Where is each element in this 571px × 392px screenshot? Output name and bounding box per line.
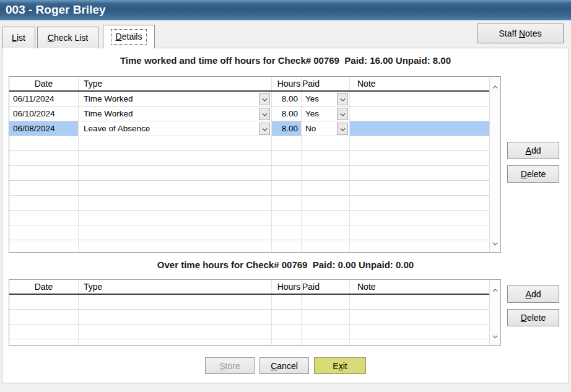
note-cell-empty xyxy=(350,240,489,252)
type-cell[interactable]: Time Worked xyxy=(79,107,272,121)
column-header-date: Date xyxy=(9,77,79,90)
paid-value: Yes xyxy=(305,109,319,118)
type-cell[interactable]: Leave of Absence xyxy=(79,121,272,136)
type-cell-empty xyxy=(79,196,272,210)
date-cell-empty xyxy=(9,324,79,339)
store-button[interactable]: Store xyxy=(205,357,255,374)
hours-cell-empty xyxy=(272,166,302,180)
chevron-down-icon xyxy=(492,237,498,248)
date-cell[interactable]: 06/11/2024 xyxy=(9,92,79,106)
tab-details[interactable]: Details xyxy=(103,25,155,48)
scrollbar-up-button[interactable] xyxy=(490,81,500,92)
type-cell[interactable]: Time Worked xyxy=(79,92,272,106)
empty-row xyxy=(9,166,489,181)
paid-cell-empty xyxy=(302,295,350,309)
add-button[interactable]: Add xyxy=(507,285,559,303)
column-header-date: Date xyxy=(9,280,79,294)
hours-cell-empty xyxy=(272,339,302,345)
chevron-down-icon xyxy=(340,94,346,103)
scrollbar-up-button[interactable] xyxy=(490,284,500,295)
staff-notes-button[interactable]: Staff Notes xyxy=(477,24,564,43)
column-header-note: Note xyxy=(350,77,489,90)
add-button[interactable]: Add xyxy=(507,142,559,159)
delete-button[interactable]: Delete xyxy=(507,165,559,183)
scrollbar-down-button[interactable] xyxy=(490,330,500,341)
paid-value: No xyxy=(305,124,316,133)
paid-cell[interactable]: No xyxy=(302,121,350,136)
note-cell[interactable] xyxy=(350,121,489,136)
hours-cell-empty xyxy=(272,324,302,339)
date-cell[interactable]: 06/08/2024 xyxy=(9,121,79,136)
column-header-paid: Paid xyxy=(302,77,350,90)
type-dropdown-button[interactable] xyxy=(259,123,270,135)
paid-cell-empty xyxy=(302,225,350,240)
table-row[interactable]: 06/08/2024 Leave of Absence 8.00 No xyxy=(9,121,489,136)
tab-check-list[interactable]: Check List xyxy=(37,27,98,48)
hours-cell-empty xyxy=(272,295,302,309)
empty-row xyxy=(9,136,489,151)
delete-button[interactable]: Delete xyxy=(507,309,559,326)
type-cell-empty xyxy=(79,151,272,165)
chevron-down-icon xyxy=(262,124,268,133)
chevron-up-icon xyxy=(492,284,498,295)
cancel-button[interactable]: Cancel xyxy=(259,357,309,374)
type-dropdown-button[interactable] xyxy=(259,108,270,120)
paid-cell-empty xyxy=(302,181,350,195)
type-value: Leave of Absence xyxy=(84,124,150,133)
paid-cell[interactable]: Yes xyxy=(302,107,350,121)
date-cell-empty xyxy=(9,295,79,309)
type-cell-empty xyxy=(79,310,272,324)
note-cell-empty xyxy=(350,310,489,324)
table-row[interactable]: 06/11/2024 Time Worked 8.00 Yes xyxy=(9,92,489,107)
paid-dropdown-button[interactable] xyxy=(337,93,348,105)
date-cell-empty xyxy=(9,196,79,210)
type-value: Time Worked xyxy=(84,94,133,103)
application-window: { "window": { "title": "003 - Roger Bril… xyxy=(0,0,571,392)
scrollbar-down-button[interactable] xyxy=(490,237,500,248)
date-cell[interactable]: 06/10/2024 xyxy=(9,107,79,121)
time-worked-rows: Date Type Hours Paid Note 06/11/2024 Tim… xyxy=(9,77,489,252)
tab-list[interactable]: List xyxy=(2,27,35,48)
type-cell-empty xyxy=(79,324,272,339)
type-dropdown-button[interactable] xyxy=(259,93,270,105)
type-cell-empty xyxy=(79,136,272,150)
empty-row xyxy=(9,240,489,252)
hours-cell[interactable]: 8.00 xyxy=(272,92,302,106)
column-header-paid: Paid xyxy=(302,280,350,294)
date-cell-empty xyxy=(9,310,79,324)
hours-cell-empty xyxy=(272,240,302,252)
note-cell-empty xyxy=(350,196,489,210)
tab-list-label: List xyxy=(12,33,25,43)
note-cell-empty xyxy=(350,225,489,240)
type-value: Time Worked xyxy=(84,109,133,118)
empty-row xyxy=(9,196,489,211)
table-row[interactable]: 06/10/2024 Time Worked 8.00 Yes xyxy=(9,107,489,121)
date-cell-empty xyxy=(9,151,79,165)
hours-cell-empty xyxy=(272,136,302,150)
hours-cell-empty xyxy=(272,211,302,225)
empty-row xyxy=(9,151,489,166)
empty-row xyxy=(9,181,489,196)
empty-row xyxy=(9,211,489,225)
details-tab-panel: Time worked and time off hours for Check… xyxy=(2,48,569,383)
chevron-up-icon xyxy=(492,81,498,92)
window-title: 003 - Roger Briley xyxy=(6,3,106,17)
note-cell[interactable] xyxy=(350,107,489,121)
overtime-table-header-row: Date Type Hours Paid Note xyxy=(9,280,489,295)
paid-cell-empty xyxy=(302,211,350,225)
hours-cell-empty xyxy=(272,225,302,240)
paid-cell[interactable]: Yes xyxy=(302,92,350,106)
hours-cell[interactable]: 8.00 xyxy=(272,121,302,136)
overtime-table: Date Type Hours Paid Note xyxy=(9,279,501,346)
paid-dropdown-button[interactable] xyxy=(337,123,348,135)
exit-button[interactable]: Exit xyxy=(314,357,366,374)
vertical-scrollbar[interactable] xyxy=(489,280,500,345)
paid-cell-empty xyxy=(302,136,350,150)
vertical-scrollbar[interactable] xyxy=(489,77,500,252)
paid-dropdown-button[interactable] xyxy=(337,108,348,120)
column-header-hours: Hours xyxy=(272,280,302,294)
empty-row xyxy=(9,295,489,310)
hours-cell[interactable]: 8.00 xyxy=(272,107,302,121)
type-cell-empty xyxy=(79,211,272,225)
note-cell[interactable] xyxy=(350,92,489,106)
